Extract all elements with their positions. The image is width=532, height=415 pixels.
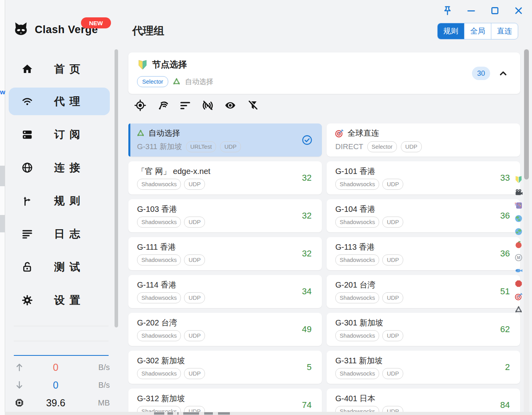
movie-camera-icon[interactable]: [514, 188, 523, 197]
proxy-card[interactable]: G-104 香港 ShadowsocksUDP 36: [327, 199, 520, 232]
sidebar-item-home[interactable]: 首页: [9, 55, 110, 83]
sidebar-item-rules[interactable]: 规则: [9, 187, 110, 215]
proxy-name: G-401 日本: [335, 393, 375, 404]
proxy-type-badge: Selector: [367, 141, 397, 152]
latency-value[interactable]: 32: [302, 249, 312, 259]
svg-text:M: M: [517, 256, 520, 260]
proxy-card[interactable]: G-201 台湾 ShadowsocksUDP 51: [327, 275, 520, 308]
filter-off-icon[interactable]: [247, 99, 259, 111]
route-icon: [21, 195, 33, 207]
tab-global-mode[interactable]: 全局: [464, 23, 491, 39]
protocol-badge: Shadowsocks: [335, 217, 379, 228]
latency-value[interactable]: 32: [302, 211, 312, 221]
apple-icon[interactable]: [514, 240, 523, 249]
proxy-card-auto-select[interactable]: 自动选择 G-311 新加坡 URLTest UDP: [128, 123, 322, 157]
udp-badge: UDP: [184, 217, 205, 228]
tab-direct-mode[interactable]: 直连: [491, 23, 518, 39]
memory-unit: MB: [87, 398, 110, 408]
proxy-card[interactable]: G-301 新加坡 ShadowsocksUDP 62: [327, 313, 520, 346]
proxy-card[interactable]: G-311 新加坡 ShadowsocksUDP 2: [327, 351, 520, 384]
sidebar-scrollbar[interactable]: [115, 49, 118, 327]
main-scrollbar-track[interactable]: [524, 49, 529, 412]
proxy-card[interactable]: G-202 台湾 ShadowsocksUDP 49: [128, 313, 322, 346]
recycle-icon[interactable]: [514, 305, 523, 314]
wifi-tethering-off-icon[interactable]: [202, 99, 214, 111]
visibility-icon[interactable]: [224, 99, 236, 111]
udp-badge: UDP: [382, 292, 403, 303]
proxy-card[interactable]: G-312 新加坡 ShadowsocksUDP 74: [128, 389, 322, 415]
protocol-badge: Shadowsocks: [137, 217, 181, 228]
latency-value[interactable]: 36: [500, 211, 510, 221]
proxy-card-direct[interactable]: 全球直连 DIRECT Selector UDP: [327, 123, 520, 157]
latency-value[interactable]: 33: [500, 173, 510, 183]
arrow-up-icon: [14, 362, 24, 372]
globe-asia-icon[interactable]: [514, 227, 523, 236]
proxy-card[interactable]: G-114 香港 ShadowsocksUDP 34: [128, 275, 322, 308]
protocol-badge: Shadowsocks: [137, 254, 181, 265]
latency-value[interactable]: 34: [302, 286, 312, 297]
new-badge: NEW: [81, 17, 111, 28]
proxy-card[interactable]: 「官 网」 edge-x.net ShadowsocksUDP 32: [128, 161, 322, 194]
recycle-icon: [136, 129, 145, 138]
protocol-badge: Shadowsocks: [335, 368, 379, 379]
main-scrollbar-thumb[interactable]: [524, 49, 529, 179]
sidebar-item-proxies[interactable]: 代理: [9, 88, 110, 115]
pin-button[interactable]: [442, 5, 453, 16]
minimize-button[interactable]: [466, 5, 477, 16]
proxy-name: G-312 新加坡: [137, 393, 185, 404]
protocol-badge: Shadowsocks: [335, 179, 379, 190]
locate-icon[interactable]: [134, 99, 146, 111]
proxy-group-header[interactable]: 节点选择 Selector 自动选择 30: [128, 52, 520, 94]
proxy-name: G-202 台湾: [137, 318, 177, 328]
latency-value[interactable]: 36: [500, 249, 510, 259]
tab-rule-mode[interactable]: 规则: [438, 23, 464, 39]
globe-americas-icon[interactable]: [514, 214, 523, 223]
fish-icon[interactable]: [514, 266, 523, 275]
stop-sign-icon[interactable]: [514, 279, 523, 288]
sidebar-item-connections[interactable]: 连接: [9, 154, 110, 181]
latency-value[interactable]: 84: [500, 400, 510, 410]
traffic-graph: [14, 320, 109, 356]
proxy-name: 自动选择: [149, 128, 180, 138]
sidebar-item-profiles[interactable]: 订阅: [9, 121, 110, 148]
sort-icon[interactable]: [179, 99, 191, 111]
udp-badge: UDP: [184, 179, 205, 190]
proxy-card[interactable]: G-103 香港 ShadowsocksUDP 32: [128, 199, 322, 232]
latency-value[interactable]: 74: [302, 400, 312, 410]
proxy-name: G-113 香港: [335, 242, 375, 252]
sidebar-item-test[interactable]: 测试: [9, 253, 110, 281]
latency-value[interactable]: 32: [302, 173, 312, 183]
logs-icon: [21, 228, 33, 240]
udp-badge: UDP: [184, 330, 205, 341]
latency-value[interactable]: 2: [505, 362, 510, 372]
close-button[interactable]: [513, 5, 524, 16]
latency-value[interactable]: 5: [307, 362, 312, 372]
latency-value[interactable]: 51: [500, 286, 510, 297]
clash-verge-window: w Clash Verge NEW 首页 代理: [0, 0, 532, 415]
circle-m-icon[interactable]: M: [514, 253, 523, 262]
proxy-card[interactable]: G-113 香港 ShadowsocksUDP 36: [327, 237, 520, 270]
udp-badge: UDP: [382, 254, 403, 265]
proxy-name: G-114 香港: [137, 280, 177, 290]
udp-badge: UDP: [382, 368, 403, 379]
sidebar-item-logs[interactable]: 日志: [9, 220, 110, 248]
lock-open-icon: [21, 261, 33, 273]
maximize-button[interactable]: [489, 5, 500, 16]
collapse-group-button[interactable]: [498, 68, 508, 79]
proxy-card[interactable]: G-401 日本 ShadowsocksUDP 84: [327, 389, 520, 415]
proxy-card[interactable]: G-302 新加坡 ShadowsocksUDP 5: [128, 351, 322, 384]
network-check-icon[interactable]: [157, 99, 169, 111]
latency-value[interactable]: 62: [500, 324, 510, 335]
udp-badge: UDP: [184, 368, 205, 379]
dart-target-icon[interactable]: [514, 292, 523, 301]
recycle-icon: [172, 77, 181, 86]
background-window-strip: w: [0, 0, 5, 415]
home-icon: [21, 63, 33, 75]
latency-value[interactable]: 49: [302, 324, 312, 335]
slot-machine-icon[interactable]: [514, 201, 523, 210]
proxy-card[interactable]: G-101 香港 ShadowsocksUDP 33: [327, 161, 520, 194]
background-bottom-strip: [5, 412, 532, 415]
proxy-card[interactable]: G-111 香港 ShadowsocksUDP 32: [128, 237, 322, 270]
sidebar-item-settings[interactable]: 设置: [9, 286, 110, 314]
beginner-mark-icon[interactable]: [514, 175, 523, 184]
